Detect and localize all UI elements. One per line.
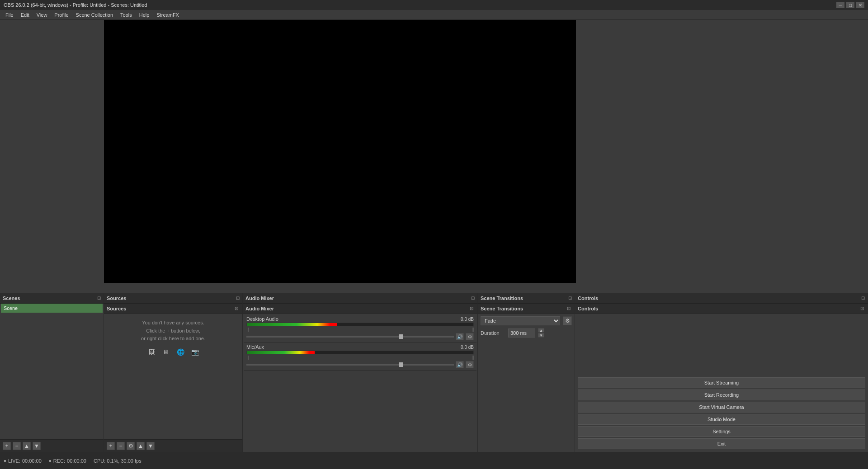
image-source-icon: 🖼 [146, 347, 157, 357]
audio-panel-header: Audio Mixer ⊡ [243, 304, 477, 314]
duration-input[interactable] [508, 328, 535, 338]
start-streaming-button[interactable]: Start Streaming [578, 377, 865, 388]
sources-header-bar: Sources ⊡ [104, 293, 243, 304]
sources-title: Sources [107, 306, 126, 311]
meter-scale-left: ▐ [246, 328, 249, 332]
studio-mode-button[interactable]: Studio Mode [578, 414, 865, 425]
scenes-panel: Scenes ⊡ Scene + − ▲ ▼ [0, 293, 104, 452]
audio-popout-icon[interactable]: ⊡ [468, 305, 475, 312]
duration-label: Duration [481, 330, 505, 336]
source-hint-line3: or right click here to add one. [141, 335, 205, 343]
controls-popout-icon[interactable]: ⊡ [859, 305, 865, 312]
transitions-content: Fade Cut Swipe Slide ⚙ Duration ▲ ▼ [478, 314, 575, 343]
transition-type-row: Fade Cut Swipe Slide ⚙ [481, 316, 572, 325]
titlebar-controls: ─ □ ✕ [836, 2, 864, 8]
sources-remove-button[interactable]: − [117, 442, 125, 450]
desktop-audio-header: Desktop Audio 0.0 dB [246, 316, 474, 322]
rec-status: ● REC: 00:00:00 [49, 458, 86, 464]
menu-profile[interactable]: Profile [51, 11, 72, 19]
source-hint-line1: You don't have any sources. [142, 319, 204, 327]
audio-channel-desktop: Desktop Audio 0.0 dB ▐ ▐ 🔊 ⚙ [244, 314, 476, 342]
sources-move-up-button[interactable]: ▲ [137, 442, 145, 450]
desktop-audio-slider[interactable] [246, 336, 454, 338]
transitions-title: Scene Transitions [481, 306, 523, 311]
desktop-audio-meter [246, 323, 474, 326]
transitions-header-popout[interactable]: ⊡ [568, 295, 572, 300]
scenes-remove-button[interactable]: − [13, 442, 21, 450]
maximize-button[interactable]: □ [846, 2, 854, 8]
menu-streamfx[interactable]: StreamFX [153, 11, 183, 19]
scenes-header-popout[interactable]: ⊡ [97, 295, 101, 300]
transitions-header-bar: Scene Transitions ⊡ [478, 293, 575, 304]
transition-settings-button[interactable]: ⚙ [563, 316, 572, 325]
mic-audio-settings-button[interactable]: ⚙ [466, 361, 474, 368]
scenes-footer: + − ▲ ▼ [0, 439, 104, 452]
controls-buttons-container: Start Streaming Start Recording Start Vi… [575, 314, 868, 452]
menu-file[interactable]: File [2, 11, 17, 19]
mic-audio-slider[interactable] [246, 364, 454, 366]
scene-item[interactable]: Scene [1, 304, 103, 313]
audio-channels-list: Desktop Audio 0.0 dB ▐ ▐ 🔊 ⚙ Mic/Aux 0.0… [243, 314, 477, 452]
audio-header-title: Audio Mixer [245, 295, 274, 301]
sources-popout-icon[interactable]: ⊡ [233, 305, 240, 312]
sources-settings-button[interactable]: ⚙ [127, 442, 135, 450]
browser-source-icon: 🌐 [175, 347, 186, 357]
transitions-header-title: Scene Transitions [481, 295, 523, 301]
desktop-audio-settings-button[interactable]: ⚙ [466, 333, 474, 340]
settings-button[interactable]: Settings [578, 426, 865, 437]
exit-button[interactable]: Exit [578, 438, 865, 449]
desktop-mute-button[interactable]: 🔊 [456, 333, 464, 340]
minimize-button[interactable]: ─ [836, 2, 844, 8]
sources-move-down-button[interactable]: ▼ [146, 442, 155, 450]
preview-canvas [104, 20, 576, 283]
mic-audio-name: Mic/Aux [246, 344, 264, 350]
transition-type-select[interactable]: Fade Cut Swipe Slide [481, 316, 560, 325]
menu-help[interactable]: Help [136, 11, 153, 19]
live-indicator-icon: ● [4, 458, 6, 463]
controls-title: Controls [578, 306, 598, 311]
controls-header-popout[interactable]: ⊡ [861, 295, 865, 300]
source-hint: You don't have any sources. Click the + … [105, 314, 241, 362]
scenes-list: Scene [0, 303, 104, 439]
duration-up-button[interactable]: ▲ [538, 328, 544, 333]
mic-audio-controls: 🔊 ⚙ [246, 361, 474, 368]
mic-audio-meter [246, 351, 474, 354]
sources-add-button[interactable]: + [107, 442, 115, 450]
controls-panel-header: Controls ⊡ [575, 304, 868, 314]
transitions-panel-header: Scene Transitions ⊡ [478, 304, 575, 314]
live-label: LIVE: [8, 458, 20, 464]
transitions-popout-icon[interactable]: ⊡ [566, 305, 572, 312]
menu-tools[interactable]: Tools [117, 11, 136, 19]
titlebar: OBS 26.0.2 (64-bit, windows) - Profile: … [0, 0, 868, 10]
duration-down-button[interactable]: ▼ [538, 333, 544, 338]
sources-panel: Sources ⊡ You don't have any sources. Cl… [104, 304, 243, 452]
audio-header-bar: Audio Mixer ⊡ [243, 293, 478, 304]
scenes-move-up-button[interactable]: ▲ [23, 442, 31, 450]
menu-view[interactable]: View [33, 11, 51, 19]
close-button[interactable]: ✕ [856, 2, 864, 8]
statusbar: ● LIVE: 00:00:00 ● REC: 00:00:00 CPU: 0.… [0, 452, 868, 469]
scenes-add-button[interactable]: + [3, 442, 11, 450]
mic-audio-header: Mic/Aux 0.0 dB [246, 344, 474, 350]
sources-list[interactable]: You don't have any sources. Click the + … [104, 314, 242, 439]
menu-scene-collection[interactable]: Scene Collection [72, 11, 117, 19]
sources-header-popout[interactable]: ⊡ [236, 295, 240, 300]
controls-header-title: Controls [578, 295, 598, 301]
desktop-audio-db: 0.0 dB [461, 317, 474, 322]
scenes-move-down-button[interactable]: ▼ [33, 442, 41, 450]
menu-edit[interactable]: Edit [17, 11, 33, 19]
meter-scale-right: ▐ [471, 328, 474, 332]
audio-mixer-title: Audio Mixer [245, 306, 274, 311]
live-status: ● LIVE: 00:00:00 [4, 458, 42, 464]
cpu-status: CPU: 0.1%, 30.00 fps [94, 458, 142, 464]
controls-header-bar: Controls ⊡ [575, 293, 868, 304]
mic-mute-button[interactable]: 🔊 [456, 361, 464, 368]
sources-footer: + − ⚙ ▲ ▼ [104, 439, 242, 452]
start-recording-button[interactable]: Start Recording [578, 389, 865, 400]
start-virtual-camera-button[interactable]: Start Virtual Camera [578, 402, 865, 413]
camera-source-icon: 📷 [189, 347, 200, 357]
mic-meter-scale-right: ▐ [471, 356, 474, 360]
right-sidebar [576, 20, 868, 283]
audio-header-popout[interactable]: ⊡ [471, 295, 475, 300]
mic-meter-scale-left: ▐ [246, 356, 249, 360]
